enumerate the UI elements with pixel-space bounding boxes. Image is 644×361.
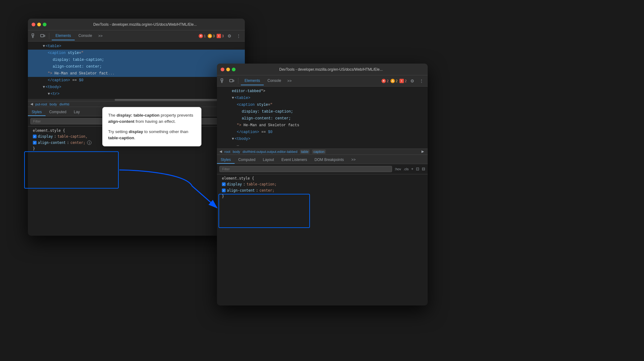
breadcrumb-item[interactable]: div#hti bbox=[60, 102, 69, 106]
breadcrumb-item[interactable]: put-root bbox=[35, 102, 47, 106]
traffic-lights-1 bbox=[32, 23, 46, 26]
maximize-button-2[interactable] bbox=[232, 68, 236, 71]
hov-button[interactable]: :hov bbox=[395, 167, 401, 171]
html-panel-2: editor-tabbed"> ▼<table> <caption style=… bbox=[217, 87, 428, 149]
scrollbar-1[interactable] bbox=[28, 99, 245, 101]
breadcrumb-item-caption[interactable]: caption bbox=[312, 149, 325, 154]
warning-icon-2: ⚠ bbox=[390, 79, 395, 83]
html-line: display: table-caption; bbox=[28, 56, 245, 63]
html-line: ▼<table> bbox=[28, 43, 245, 50]
info-icon-2: ! bbox=[399, 79, 404, 83]
html-line: ▼<tbody> bbox=[28, 84, 245, 91]
tab-breakpoints-2[interactable]: DOM Breakpoints bbox=[311, 156, 348, 164]
color-scheme-icon[interactable]: ⊟ bbox=[422, 167, 425, 171]
tab-events-2[interactable]: Event Listeners bbox=[278, 156, 311, 164]
error-badge-2: ✕ 2 bbox=[382, 79, 389, 83]
breadcrumb-1: ◀ put-root body div#hti bbox=[28, 101, 245, 107]
settings-icon-2[interactable]: ⚙ bbox=[408, 77, 416, 85]
html-content-2: editor-tabbed"> ▼<table> <caption style=… bbox=[217, 87, 428, 149]
html-line: <caption style=" bbox=[217, 101, 428, 108]
html-line: ▼<tbody> bbox=[217, 136, 428, 142]
tab-console-1[interactable]: Console bbox=[75, 32, 96, 40]
tab-more-2[interactable]: >> bbox=[285, 78, 294, 84]
device-icon[interactable] bbox=[39, 32, 46, 40]
tab-console-2[interactable]: Console bbox=[264, 77, 285, 85]
tab-bar-1: Elements Console >> bbox=[52, 32, 197, 40]
css-selector-2: element.style { bbox=[222, 176, 423, 181]
info-icon-1: ! bbox=[217, 34, 221, 38]
error-badge-1: ✕ 1 bbox=[199, 34, 206, 38]
tab-layout-2[interactable]: Layout bbox=[259, 156, 278, 164]
more-icon-2[interactable]: ⋮ bbox=[418, 77, 425, 85]
breadcrumb-back[interactable]: ◀ bbox=[30, 102, 33, 106]
settings-icon-1[interactable]: ⚙ bbox=[226, 32, 233, 40]
more-icon-1[interactable]: ⋮ bbox=[235, 32, 242, 40]
filter-bar-2: :hov .cls + ⊡ ⊟ bbox=[217, 164, 428, 174]
html-line: ▼<tr> bbox=[28, 91, 245, 97]
sep-1 bbox=[49, 33, 49, 39]
svg-rect-4 bbox=[44, 35, 45, 37]
highlight-box-1 bbox=[24, 151, 119, 189]
toolbar-2: Elements Console >> ✕ 2 ⚠ 2 ! 2 ⚙ ⋮ bbox=[217, 75, 428, 87]
breadcrumb-forward[interactable]: ▶ bbox=[421, 149, 424, 154]
css-checkbox[interactable] bbox=[33, 135, 37, 138]
device-icon-2[interactable] bbox=[228, 77, 236, 85]
info-icon: i bbox=[87, 140, 91, 145]
devtools-window-2: DevTools - developer.mozilla.org/en-US/d… bbox=[217, 64, 428, 305]
svg-rect-3 bbox=[41, 34, 44, 37]
filter-input-2[interactable] bbox=[219, 166, 392, 172]
inspect-icon-2[interactable] bbox=[219, 77, 227, 85]
breadcrumb-item-table[interactable]: table bbox=[300, 149, 310, 154]
error-icon-1: ✕ bbox=[199, 34, 203, 38]
breadcrumb-back-2[interactable]: ◀ bbox=[219, 149, 222, 154]
tooltip-text-1: The display: table-caption property prev… bbox=[108, 112, 196, 125]
html-line: <caption style=" bbox=[28, 50, 245, 56]
toolbar-1: Elements Console >> ✕ 1 ⚠ 3 ! 3 ⚙ ⋮ bbox=[28, 30, 245, 42]
info-badge-1: ! 3 bbox=[217, 34, 224, 38]
tooltip-text-2: Try setting display to something other t… bbox=[108, 129, 196, 141]
css-checkbox-display[interactable] bbox=[222, 182, 226, 186]
svg-rect-0 bbox=[32, 34, 34, 36]
html-line: </caption> == $0 bbox=[217, 129, 428, 136]
css-checkbox-align[interactable] bbox=[222, 189, 226, 192]
cls-button[interactable]: .cls bbox=[404, 167, 409, 171]
tab-elements-1[interactable]: Elements bbox=[52, 32, 75, 40]
add-rule-icon[interactable]: + bbox=[411, 167, 413, 171]
traffic-lights-2 bbox=[221, 68, 236, 71]
tab-layout-1[interactable]: Lay bbox=[70, 109, 83, 116]
html-line: — bbox=[217, 142, 428, 149]
tab-bar-2: Elements Console >> bbox=[241, 77, 380, 85]
info-badge-2: ! 2 bbox=[399, 79, 407, 83]
minimize-button-2[interactable] bbox=[226, 68, 230, 71]
breadcrumb-item-div[interactable]: div#html-output.output.editor-tabbed bbox=[243, 150, 298, 154]
close-button-1[interactable] bbox=[32, 23, 35, 26]
tab-elements-2[interactable]: Elements bbox=[241, 77, 264, 85]
tab-more-styles-2[interactable]: >> bbox=[348, 156, 359, 164]
tab-computed-2[interactable]: Computed bbox=[235, 156, 259, 164]
breadcrumb-item[interactable]: body bbox=[50, 102, 57, 106]
sep-2 bbox=[238, 78, 238, 84]
tooltip-popup: The display: table-caption property prev… bbox=[102, 107, 201, 146]
titlebar-2: DevTools - developer.mozilla.org/en-US/d… bbox=[217, 64, 428, 75]
css-checkbox[interactable] bbox=[33, 141, 37, 145]
css-close-brace: } bbox=[33, 146, 240, 151]
breadcrumb-item-root[interactable]: root bbox=[224, 150, 230, 154]
highlight-box-2 bbox=[218, 194, 310, 228]
warning-badge-2: ⚠ 2 bbox=[390, 79, 398, 83]
html-line: editor-tabbed"> bbox=[217, 88, 428, 95]
tab-more-1[interactable]: >> bbox=[96, 33, 105, 39]
html-line: align-content: center; bbox=[28, 63, 245, 70]
tab-computed-1[interactable]: Computed bbox=[46, 109, 70, 116]
maximize-button-1[interactable] bbox=[43, 23, 46, 26]
badge-group-1: ✕ 1 ⚠ 3 ! 3 ⚙ ⋮ bbox=[199, 32, 242, 40]
breadcrumb-2: ◀ root body div#html-output.output.edito… bbox=[217, 149, 428, 155]
breadcrumb-item-body[interactable]: body bbox=[233, 150, 240, 154]
tab-styles-1[interactable]: Styles bbox=[28, 109, 46, 116]
new-rule-icon[interactable]: ⊡ bbox=[416, 167, 419, 171]
css-prop-row-align: align-content: center; bbox=[222, 187, 423, 194]
minimize-button-1[interactable] bbox=[37, 23, 41, 26]
close-button-2[interactable] bbox=[221, 68, 224, 71]
inspect-icon[interactable] bbox=[30, 32, 38, 40]
html-line: display: table-caption; bbox=[217, 108, 428, 115]
tab-styles-2[interactable]: Styles bbox=[217, 156, 235, 164]
